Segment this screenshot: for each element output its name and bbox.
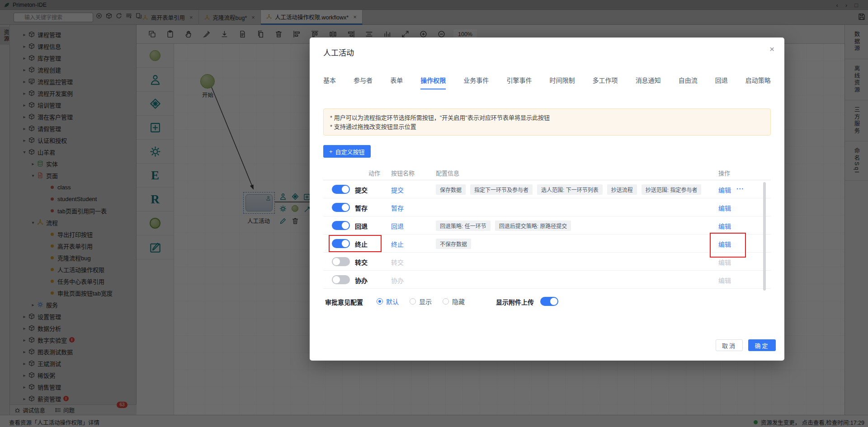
edit-link[interactable]: 编辑 — [718, 276, 731, 285]
permission-row: 协办协办编辑 — [323, 271, 771, 289]
config-tag: 回退策略: 任一环节 — [436, 221, 491, 231]
config-tag: 保存数据 — [436, 184, 466, 195]
row-action-label: 协办 — [355, 276, 368, 285]
row-action-label: 提交 — [355, 185, 368, 194]
dialog-tab-时间限制[interactable]: 时间限制 — [549, 75, 575, 89]
table-scrollbar[interactable] — [763, 182, 766, 291]
dialog-tab-多工作项[interactable]: 多工作项 — [593, 75, 618, 89]
row-button-name-link[interactable]: 回退 — [391, 221, 404, 230]
attachment-upload-label: 显示附件上传 — [496, 297, 534, 306]
permission-row: 提交提交保存数据指定下一环节及参与者选人范围: 下一环节列表抄送流程抄送范围: … — [323, 180, 771, 198]
row-action-label: 回退 — [355, 221, 368, 230]
dialog-tab-操作权限[interactable]: 操作权限 — [420, 75, 446, 89]
manual-activity-dialog: 人工活动 × 基本参与者表单操作权限业务事件引擎事件时间限制多工作项消息通知自由… — [310, 38, 784, 361]
close-icon[interactable]: × — [769, 45, 774, 53]
row-toggle[interactable] — [332, 275, 350, 284]
permission-row: 转交转交编辑 — [323, 253, 771, 271]
row-button-name-link[interactable]: 暂存 — [391, 203, 404, 212]
permission-row: 回退回退回退策略: 任一环节回退后提交策略: 原路径提交编辑 — [323, 216, 771, 235]
row-toggle[interactable] — [332, 221, 350, 230]
radio-显示[interactable]: 显示 — [410, 297, 432, 306]
permissions-table: 动作 按钮名称 配置信息 操作 提交提交保存数据指定下一环节及参与者选人范围: … — [323, 165, 771, 289]
dialog-notice: * 用户可以为流程指定环节选择所需按钮，"开关启用"表示对应环节表单将显示此按钮… — [323, 108, 771, 136]
config-tag: 抄送流程 — [607, 184, 637, 195]
config-tag: 不保存数据 — [436, 239, 471, 249]
dialog-tab-消息通知[interactable]: 消息通知 — [636, 75, 661, 89]
config-tag: 抄送范围: 指定参与者 — [642, 184, 702, 195]
edit-link[interactable]: 编辑 — [718, 185, 731, 194]
radio-dot-icon — [377, 298, 383, 305]
permission-row: 终止终止不保存数据编辑 — [323, 235, 771, 253]
row-ops: 编辑 — [718, 221, 731, 230]
row-button-name-link[interactable]: 协办 — [391, 276, 404, 285]
radio-label: 默认 — [386, 297, 399, 306]
dialog-tab-自由流[interactable]: 自由流 — [679, 75, 698, 89]
row-toggle[interactable] — [332, 185, 350, 194]
add-custom-button[interactable]: + 自定义按钮 — [323, 145, 371, 158]
highlight-box-edit — [710, 233, 746, 258]
row-toggle[interactable] — [332, 203, 350, 212]
radio-dot-icon — [443, 298, 449, 305]
edit-link[interactable]: 编辑 — [718, 258, 731, 267]
more-icon[interactable]: ··· — [736, 185, 744, 194]
config-tag: 指定下一环节及参与者 — [470, 184, 533, 195]
edit-link[interactable]: 编辑 — [718, 203, 731, 212]
radio-dot-icon — [410, 298, 416, 305]
row-action-label: 转交 — [355, 258, 368, 267]
radio-label: 隐藏 — [452, 297, 465, 306]
dialog-tab-参与者[interactable]: 参与者 — [354, 75, 373, 89]
dialog-tab-回退[interactable]: 回退 — [715, 75, 728, 89]
row-button-name-link[interactable]: 提交 — [391, 185, 404, 194]
permission-row: 暂存暂存编辑 — [323, 198, 771, 216]
cancel-button[interactable]: 取消 — [716, 339, 743, 351]
dialog-tab-表单[interactable]: 表单 — [390, 75, 403, 89]
radio-隐藏[interactable]: 隐藏 — [443, 297, 465, 306]
dialog-tab-启动策略[interactable]: 启动策略 — [745, 75, 771, 89]
radio-label: 显示 — [419, 297, 432, 306]
row-config-tags: 不保存数据 — [436, 239, 471, 249]
row-ops: 编辑 — [718, 258, 731, 267]
row-button-name-link[interactable]: 转交 — [391, 258, 404, 267]
row-config-tags: 保存数据指定下一环节及参与者选人范围: 下一环节列表抄送流程抄送范围: 指定参与… — [436, 184, 701, 195]
row-toggle[interactable] — [332, 257, 350, 266]
row-ops: 编辑··· — [718, 185, 744, 194]
edit-link[interactable]: 编辑 — [718, 221, 731, 230]
dialog-title: 人工活动 — [323, 47, 354, 58]
config-tag: 回退后提交策略: 原路径提交 — [495, 221, 571, 231]
dialog-tab-基本[interactable]: 基本 — [323, 75, 336, 89]
radio-默认[interactable]: 默认 — [377, 297, 399, 306]
row-config-tags: 回退策略: 任一环节回退后提交策略: 原路径提交 — [436, 221, 571, 231]
dialog-tab-引擎事件[interactable]: 引擎事件 — [506, 75, 532, 89]
row-ops: 编辑 — [718, 276, 731, 285]
comment-config-row: 审批意见配置 默认显示隐藏 显示附件上传 — [323, 295, 771, 308]
comment-config-label: 审批意见配置 — [325, 297, 363, 306]
highlight-box-toggle — [329, 235, 382, 252]
table-header: 动作 按钮名称 配置信息 操作 — [323, 165, 771, 180]
plus-icon: + — [329, 148, 333, 155]
row-button-name-link[interactable]: 终止 — [391, 239, 404, 249]
config-tag: 选人范围: 下一环节列表 — [537, 184, 603, 195]
attachment-upload-toggle[interactable] — [540, 297, 558, 306]
row-action-label: 暂存 — [355, 203, 368, 212]
row-ops: 编辑 — [718, 203, 731, 212]
dialog-tab-业务事件[interactable]: 业务事件 — [463, 75, 489, 89]
confirm-button[interactable]: 确定 — [748, 339, 776, 351]
